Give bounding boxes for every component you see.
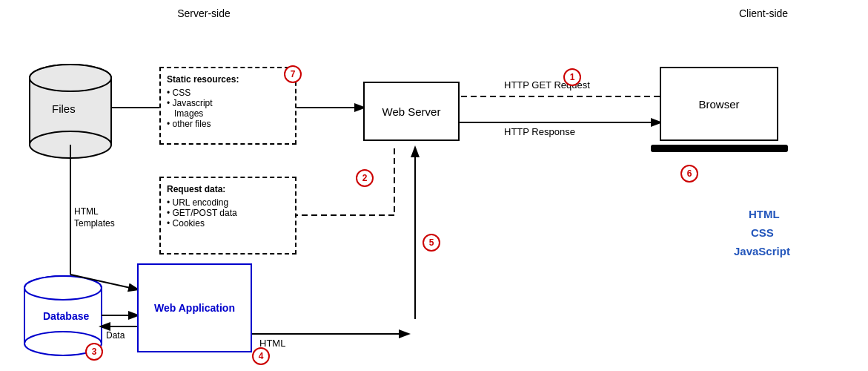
svg-point-2 — [30, 131, 111, 158]
laptop-base — [651, 145, 788, 152]
circle-1: 1 — [563, 68, 581, 86]
database-label: Database — [43, 310, 89, 322]
static-resources-box: Static resources: • CSS • Javascript Ima… — [159, 67, 296, 145]
circle-5: 5 — [423, 234, 440, 252]
files-label: Files — [52, 102, 76, 115]
data-label: Data — [106, 330, 125, 341]
svg-point-3 — [30, 65, 111, 91]
request-cookies: • Cookies — [167, 218, 289, 229]
request-data-box: Request data: • URL encoding • GET/POST … — [159, 177, 296, 255]
svg-point-0 — [30, 65, 111, 91]
static-images: Images — [174, 108, 289, 119]
static-resources-title: Static resources: — [167, 74, 289, 85]
web-server-label: Web Server — [382, 105, 441, 118]
client-js-label: JavaScript — [734, 245, 790, 257]
svg-line-17 — [70, 275, 137, 289]
web-server-box: Web Server — [363, 82, 460, 141]
circle-2: 2 — [356, 169, 374, 187]
http-response-label: HTTP Response — [504, 126, 575, 137]
browser-label: Browser — [698, 98, 739, 111]
request-data-title: Request data: — [167, 184, 289, 194]
static-js: • Javascript — [167, 98, 289, 108]
svg-point-7 — [24, 276, 102, 300]
static-other: • other files — [167, 119, 289, 129]
html-templates-label: HTML Templates — [74, 206, 115, 229]
circle-3: 3 — [85, 343, 103, 361]
web-application-box: Web Application — [137, 263, 252, 352]
circle-7: 7 — [284, 65, 302, 83]
web-application-label: Web Application — [154, 301, 235, 315]
client-css-label: CSS — [751, 226, 774, 239]
client-side-label: Client-side — [704, 7, 823, 19]
request-get-post: • GET/POST data — [167, 208, 289, 218]
circle-4: 4 — [252, 347, 270, 365]
client-html-label: HTML — [749, 208, 780, 220]
request-url: • URL encoding — [167, 197, 289, 208]
server-side-label: Server-side — [145, 7, 263, 19]
static-css: • CSS — [167, 88, 289, 98]
circle-6: 6 — [680, 165, 698, 183]
browser-box: Browser — [660, 67, 778, 141]
svg-point-4 — [24, 276, 102, 300]
